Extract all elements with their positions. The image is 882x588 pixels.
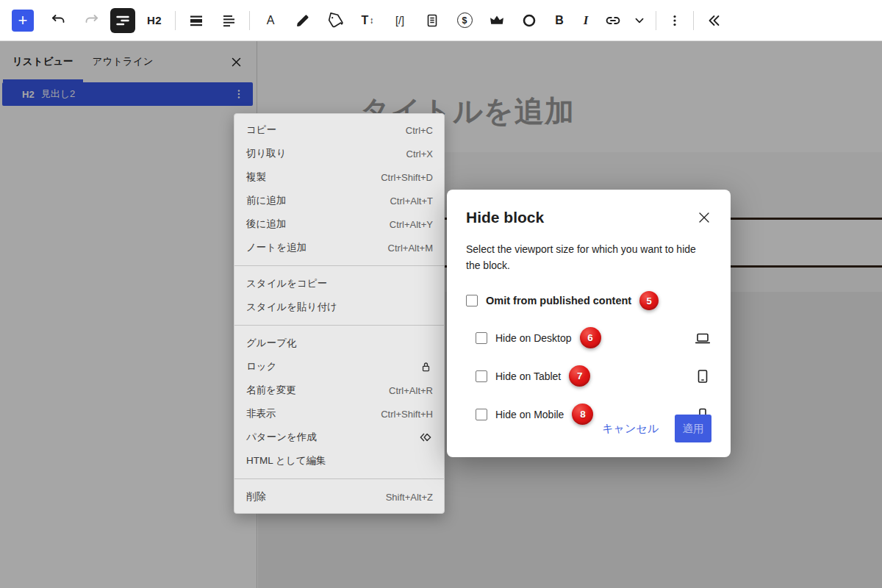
checkbox-hide-tablet[interactable] — [476, 370, 487, 382]
paragraph-style-icon — [187, 12, 205, 29]
workspace: タイトルを追加 リストビュー アウトライン H2 見出し2 — [0, 41, 882, 588]
menu-item-label: 切り取り — [246, 147, 287, 160]
modal-description: Select the viewport size for which you w… — [466, 242, 710, 273]
collapse-toolbar-button[interactable] — [701, 7, 726, 34]
menu-item-cut[interactable]: 切り取り Ctrl+X — [234, 142, 444, 165]
menu-item-shortcut: Ctrl+Shift+D — [381, 172, 433, 183]
menu-item-add-after[interactable]: 後に追加 Ctrl+Alt+Y — [234, 212, 444, 236]
menu-item-shortcut: Ctrl+Shift+H — [381, 409, 433, 420]
highlighter-button[interactable] — [290, 7, 316, 34]
heading-level-button[interactable]: H2 — [141, 7, 168, 34]
editor-screen: + H2 — [0, 0, 882, 588]
tag-button[interactable] — [322, 7, 348, 34]
menu-item-paste-styles[interactable]: スタイルを貼り付け — [234, 295, 444, 319]
highlighter-icon — [294, 12, 312, 29]
dollar-circle-icon: $ — [457, 12, 473, 28]
kebab-icon — [666, 12, 684, 29]
document-notes-button[interactable] — [419, 7, 445, 34]
checkbox-hide-mobile[interactable] — [476, 409, 487, 420]
shortcode-button[interactable]: [/] — [387, 7, 413, 34]
options-button[interactable] — [664, 7, 686, 34]
toolbar-separator — [656, 11, 656, 30]
menu-item-label: コピー — [246, 123, 276, 137]
list-view-button[interactable] — [110, 8, 135, 33]
menu-item-label: 複製 — [246, 171, 266, 184]
close-icon — [698, 211, 711, 224]
chevron-down-icon — [631, 12, 648, 29]
lock-icon — [419, 360, 433, 374]
undo-button[interactable] — [46, 7, 72, 34]
menu-item-label: 名前を変更 — [246, 384, 296, 397]
circle-outline-button[interactable] — [516, 7, 542, 34]
menu-item-label: スタイルを貼り付け — [246, 301, 337, 314]
option-hide-tablet[interactable]: Hide on Tablet 7 — [476, 365, 711, 387]
text-align-button[interactable] — [215, 7, 242, 34]
menu-item-shortcut: Ctrl+Alt+M — [388, 243, 433, 254]
block-inserter-button[interactable]: + — [12, 10, 34, 32]
option-label: Hide on Mobile — [495, 409, 564, 420]
desktop-icon — [694, 329, 711, 347]
option-omit-published[interactable]: Omit from published content 5 — [466, 291, 711, 310]
menu-item-shortcut: Ctrl+Alt+Y — [390, 219, 433, 230]
hide-block-modal: Hide block Select the viewport size for … — [447, 190, 731, 457]
redo-button[interactable] — [78, 7, 104, 34]
apply-button[interactable]: 適用 — [675, 415, 711, 442]
menu-item-label: 後に追加 — [246, 218, 286, 231]
menu-item-add-before[interactable]: 前に追加 Ctrl+Alt+T — [234, 189, 444, 212]
annotation-badge-6: 6 — [580, 327, 601, 348]
tablet-icon — [694, 368, 711, 385]
option-label: Omit from published content — [486, 295, 631, 306]
menu-item-label: 非表示 — [246, 407, 276, 420]
tag-icon — [326, 12, 344, 29]
list-view-icon — [114, 12, 132, 29]
cancel-button[interactable]: キャンセル — [602, 422, 659, 436]
checkbox-hide-desktop[interactable] — [476, 332, 487, 344]
menu-item-add-note[interactable]: ノートを追加 Ctrl+Alt+M — [234, 236, 444, 259]
annotation-badge-5: 5 — [639, 291, 659, 310]
option-hide-desktop[interactable]: Hide on Desktop 6 — [476, 327, 711, 348]
premium-button[interactable] — [484, 7, 510, 34]
crown-icon — [488, 12, 506, 29]
menu-item-duplicate[interactable]: 複製 Ctrl+Shift+D — [234, 165, 444, 189]
modal-title: Hide block — [466, 209, 711, 226]
menu-item-label: パターンを作成 — [246, 431, 317, 444]
menu-item-rename[interactable]: 名前を変更 Ctrl+Alt+R — [234, 379, 444, 402]
italic-button[interactable]: I — [576, 7, 595, 34]
menu-item-label: グループ化 — [246, 337, 296, 350]
paragraph-style-button[interactable] — [183, 7, 209, 34]
menu-divider — [234, 265, 444, 266]
menu-item-group[interactable]: グループ化 — [234, 331, 444, 355]
more-formats-button[interactable] — [631, 7, 648, 34]
menu-item-edit-html[interactable]: HTML として編集 — [234, 449, 444, 473]
menu-item-copy-styles[interactable]: スタイルをコピー — [234, 272, 444, 295]
menu-item-label: HTML として編集 — [246, 454, 326, 467]
menu-item-shortcut: Ctrl+C — [406, 125, 433, 136]
menu-item-hide[interactable]: 非表示 Ctrl+Shift+H — [234, 402, 444, 426]
modal-footer: キャンセル 適用 — [602, 415, 711, 442]
toolbar-separator — [249, 11, 250, 30]
menu-item-create-pattern[interactable]: パターンを作成 — [234, 426, 444, 449]
menu-divider — [234, 478, 444, 479]
annotation-badge-8: 8 — [572, 404, 593, 425]
font-color-button[interactable]: A — [257, 7, 284, 34]
text-align-icon — [220, 12, 237, 29]
menu-item-label: 前に追加 — [246, 194, 286, 207]
bold-button[interactable]: B — [548, 7, 570, 34]
checkbox-omit-published[interactable] — [466, 295, 478, 306]
redo-icon — [82, 12, 100, 29]
menu-item-copy[interactable]: コピー Ctrl+C — [234, 118, 444, 142]
font-size-arrows-icon: ↕ — [369, 15, 373, 26]
link-button[interactable] — [601, 7, 625, 34]
menu-item-delete[interactable]: 削除 Shift+Alt+Z — [234, 485, 444, 509]
top-toolbar: + H2 — [0, 0, 882, 41]
double-chevron-left-icon — [705, 12, 723, 29]
menu-item-shortcut: Ctrl+X — [406, 148, 433, 159]
menu-item-label: ノートを追加 — [246, 241, 306, 254]
toolbar-separator — [175, 11, 176, 30]
font-size-letter: T — [362, 14, 369, 27]
modal-close-button[interactable] — [695, 209, 713, 226]
annotation-badge-7: 7 — [569, 365, 590, 387]
font-size-button[interactable]: T↕ — [354, 7, 381, 34]
menu-item-lock[interactable]: ロック — [234, 355, 444, 379]
currency-button[interactable]: $ — [451, 7, 478, 34]
